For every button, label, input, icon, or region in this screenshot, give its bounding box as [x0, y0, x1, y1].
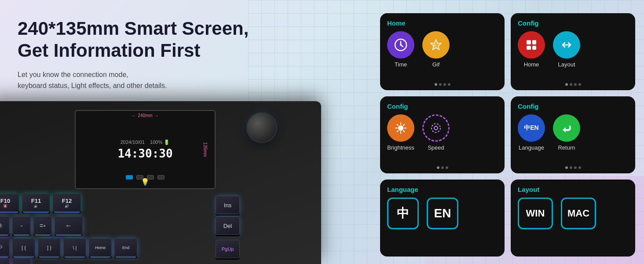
number-keys-row: 0) - =+ ←	[0, 216, 83, 235]
svg-point-17	[434, 126, 438, 130]
key-home[interactable]: Home	[89, 238, 112, 257]
bottom-keys-row: ; "	[0, 259, 31, 264]
svg-line-14	[403, 125, 405, 126]
letter-keys-row: P [ { ] } \ | Home End	[0, 238, 137, 257]
icon-item-chinese: 中	[387, 198, 419, 229]
icon-item-mac: MAC	[561, 198, 596, 229]
card-config1-label: Config	[518, 19, 628, 27]
gif-icon-circle: ≡	[422, 31, 450, 59]
card-layout-label: Layout	[518, 186, 628, 193]
keyboard-simulation: ← 240mm → 135mm 2024/10/01 100% 🔋 14:30:…	[0, 101, 321, 264]
card-home-icons: Time ≡ Gif	[387, 31, 498, 84]
svg-line-13	[403, 131, 405, 132]
card-config2: Config Brightness	[380, 96, 505, 173]
svg-point-16	[432, 124, 440, 132]
brightness-icon	[387, 114, 414, 142]
card-config2-icons: Brightness Speed	[387, 114, 498, 167]
card-home: Home Time ≡	[380, 13, 505, 90]
config-layout-icon	[553, 31, 580, 59]
card-config3-label: Config	[518, 103, 628, 110]
language-icon-circle: 中EN	[518, 114, 545, 142]
card-language-icons: 中 EN	[387, 198, 498, 250]
key-equals[interactable]: =+	[33, 216, 52, 235]
card-config2-label: Config	[387, 103, 498, 110]
key-end[interactable]: End	[114, 238, 137, 257]
english-icon-box: EN	[427, 198, 458, 229]
screen-date: 2024/10/01 100% 🔋	[121, 139, 170, 145]
icon-item-return: Return	[553, 114, 580, 151]
volume-knob[interactable]	[246, 112, 277, 143]
right-panel: Home Time ≡	[380, 13, 635, 257]
main-heading: 240*135mm Smart Screen, Get Information …	[18, 18, 249, 62]
icon-item-gif: ≡ Gif	[422, 31, 450, 68]
dim-240-label: ← 240mm →	[132, 113, 158, 118]
key-f11[interactable]: F11 🔉	[22, 194, 50, 212]
key-semicolon[interactable]: ;	[0, 259, 10, 264]
speed-icon	[422, 114, 450, 142]
mac-icon-box: MAC	[561, 198, 596, 229]
dim-135-label: 135mm	[203, 142, 208, 157]
key-del[interactable]: Del	[216, 216, 240, 235]
card-config1-icons: Home Layout	[518, 31, 628, 84]
function-keys-row: F10 🔇 F11 🔉 F12 🔊	[0, 194, 81, 212]
key-backslash[interactable]: \ |	[63, 238, 86, 257]
svg-point-7	[398, 125, 403, 131]
key-f12[interactable]: F12 🔊	[53, 194, 81, 212]
icon-item-english: EN	[427, 198, 458, 229]
screen-time: 14:30:30	[117, 147, 172, 160]
key-0[interactable]: 0)	[0, 216, 10, 235]
icon-item-time: Time	[387, 31, 414, 68]
svg-text:≡: ≡	[433, 43, 436, 48]
key-minus[interactable]: -	[12, 216, 31, 235]
card-config2-dots	[437, 166, 448, 169]
card-language-label: Language	[387, 186, 498, 193]
key-bracket-left[interactable]: [ {	[12, 238, 35, 257]
chinese-icon-box: 中	[387, 198, 419, 229]
keyboard-area: ← 240mm → 135mm 2024/10/01 100% 🔋 14:30:…	[0, 97, 330, 264]
card-layout: Layout WIN MAC	[511, 180, 635, 257]
text-content: 240*135mm Smart Screen, Get Information …	[18, 18, 249, 92]
icon-item-brightness: Brightness	[387, 114, 414, 151]
win-icon-box: WIN	[518, 198, 553, 229]
card-home-dots	[435, 83, 450, 86]
card-config1: Config Home	[511, 13, 635, 90]
icon-item-config-layout: Layout	[553, 31, 580, 68]
svg-marker-4	[431, 40, 441, 50]
return-icon-circle	[553, 114, 580, 142]
icon-item-language: 中EN Language	[518, 114, 545, 151]
key-quote[interactable]: "	[12, 259, 31, 264]
icon-item-win: WIN	[518, 198, 553, 229]
icon-item-speed: Speed	[422, 114, 450, 151]
config-home-icon	[518, 31, 545, 59]
key-f10[interactable]: F10 🔇	[0, 194, 19, 212]
key-bracket-right[interactable]: ] }	[38, 238, 61, 257]
sub-text: Let you know the connection mode, keyboa…	[18, 69, 249, 92]
key-pgup[interactable]: PgUp	[216, 240, 240, 258]
svg-point-3	[400, 44, 402, 46]
card-home-label: Home	[387, 19, 498, 27]
key-p[interactable]: P	[0, 238, 10, 257]
key-backspace[interactable]: ←	[55, 216, 83, 235]
card-config3-icons: 中EN Language Return	[518, 114, 628, 167]
time-icon-circle	[387, 31, 414, 59]
card-config3: Config 中EN Language Return	[511, 96, 635, 173]
key-ins[interactable]: Ins	[216, 196, 240, 214]
keyboard-screen: ← 240mm → 135mm 2024/10/01 100% 🔋 14:30:…	[75, 110, 216, 189]
card-layout-icons: WIN MAC	[518, 198, 628, 250]
icon-item-config-home: Home	[518, 31, 545, 68]
card-language: Language 中 EN	[380, 180, 505, 257]
card-config3-dots	[565, 166, 581, 169]
svg-line-15	[397, 131, 399, 132]
svg-line-12	[397, 125, 399, 126]
card-config1-dots	[565, 83, 581, 86]
